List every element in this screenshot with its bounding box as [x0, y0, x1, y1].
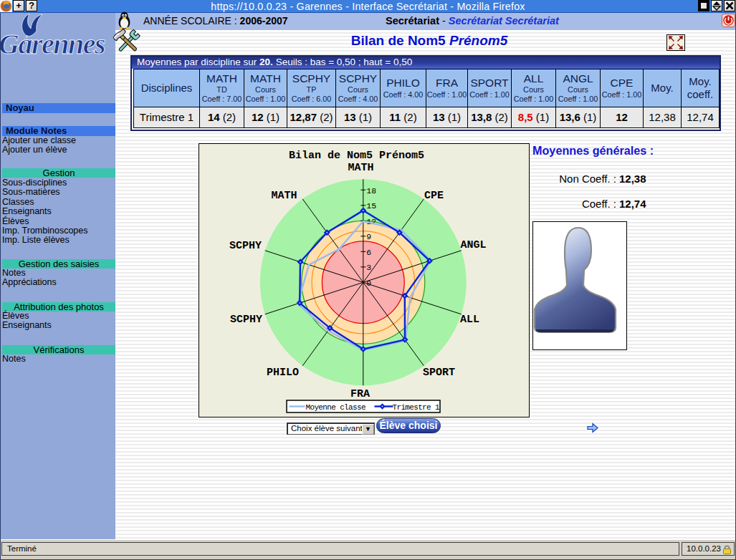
svg-text:ANGL: ANGL	[460, 239, 486, 251]
svg-text:PHILO: PHILO	[267, 367, 299, 379]
svg-text:MATH: MATH	[348, 162, 373, 174]
svg-text:0: 0	[366, 279, 371, 288]
svg-text:3: 3	[366, 263, 371, 272]
svg-text:6: 6	[366, 248, 371, 257]
svg-text:ALL: ALL	[460, 314, 479, 326]
svg-text:FRA: FRA	[350, 388, 370, 400]
svg-text:CPE: CPE	[424, 190, 444, 202]
svg-text:15: 15	[366, 201, 376, 211]
svg-text:SCPHY: SCPHY	[229, 240, 262, 252]
svg-text:Moyenne classe: Moyenne classe	[306, 403, 366, 412]
svg-text:Trimestre 1: Trimestre 1	[393, 403, 440, 412]
svg-text:SPORT: SPORT	[423, 367, 455, 379]
svg-text:18: 18	[366, 186, 376, 195]
svg-text:SCPHY: SCPHY	[230, 314, 262, 326]
svg-text:Garennes: Garennes	[1, 28, 105, 60]
svg-text:9: 9	[366, 232, 371, 241]
svg-text:MATH: MATH	[271, 190, 297, 202]
svg-text:Bilan de Nom5 Prénom5: Bilan de Nom5 Prénom5	[289, 150, 424, 162]
